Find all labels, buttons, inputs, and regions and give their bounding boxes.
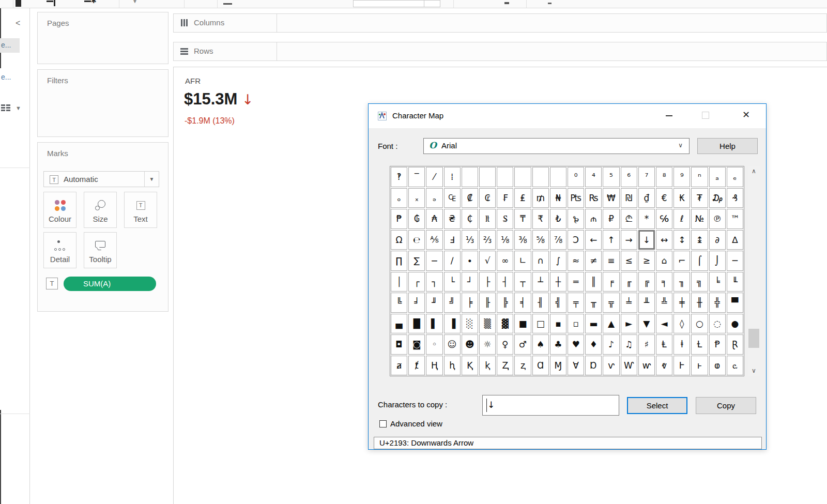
char-cell[interactable]: Ⱬ [497, 356, 513, 376]
char-cell[interactable]: ┌ [408, 272, 425, 292]
char-cell[interactable]: Ɐ [568, 356, 584, 376]
char-cell[interactable]: ℓ [673, 209, 690, 229]
char-cell[interactable]: ₢ [479, 188, 496, 208]
char-cell[interactable]: ╢ [532, 293, 549, 313]
char-cell[interactable]: └ [444, 272, 461, 292]
char-cell[interactable]: ⅔ [479, 230, 496, 250]
char-cell[interactable]: │ [391, 272, 407, 292]
char-cell[interactable]: ⱶ [691, 356, 708, 376]
char-cell[interactable]: ₶ [479, 209, 496, 229]
char-cell[interactable]: Ⱪ [462, 356, 478, 376]
char-cell[interactable]: ◊ [673, 314, 690, 334]
char-cell[interactable]: ₦ [550, 188, 566, 208]
char-cell[interactable]: ║ [585, 272, 602, 292]
char-cell[interactable]: ₒ [391, 188, 407, 208]
char-cell[interactable]: ₨ [585, 188, 602, 208]
char-cell[interactable]: ₳ [426, 209, 442, 229]
char-cell[interactable]: ⌡ [709, 251, 726, 271]
char-cell[interactable]: ₡ [462, 188, 478, 208]
char-cell[interactable]: − [426, 251, 442, 271]
char-cell[interactable]: ⅍ [426, 230, 442, 250]
char-cell[interactable]: ℮ [408, 230, 425, 250]
char-cell[interactable]: ⅞ [550, 230, 566, 250]
data-source-item-selected[interactable]: e... [0, 38, 20, 53]
char-cell[interactable]: ⁴ [585, 167, 602, 187]
char-cell[interactable]: ⱱ [603, 356, 619, 376]
char-cell[interactable]: ┘ [462, 272, 478, 292]
char-cell[interactable]: ‾ [408, 167, 425, 187]
char-cell[interactable]: → [621, 230, 637, 250]
char-cell[interactable]: ↓ [638, 230, 655, 250]
char-cell[interactable] [479, 167, 496, 187]
char-cell[interactable]: ₐ [709, 167, 726, 187]
char-cell[interactable]: Ɱ [550, 356, 566, 376]
char-cell[interactable] [514, 167, 531, 187]
char-cell[interactable]: ₣ [497, 188, 513, 208]
chevron-down-icon[interactable]: ∨ [678, 142, 683, 149]
char-cell[interactable]: € [656, 188, 672, 208]
data-source-item[interactable]: e... [1, 73, 11, 81]
char-cell[interactable]: ₔ [426, 188, 442, 208]
char-cell[interactable]: ⁿ [691, 167, 708, 187]
char-cell[interactable]: ▐ [444, 314, 461, 334]
char-cell[interactable]: ₼ [585, 209, 602, 229]
tooltip-button[interactable]: Tooltip [84, 232, 117, 268]
char-cell[interactable]: ╤ [568, 293, 584, 313]
char-cell[interactable] [497, 167, 513, 187]
char-cell[interactable]: ∫ [550, 251, 566, 271]
char-cell[interactable]: ⅛ [497, 230, 513, 250]
char-cell[interactable] [462, 167, 478, 187]
char-cell[interactable]: ₧ [568, 188, 584, 208]
char-cell[interactable]: ├ [479, 272, 496, 292]
char-cell[interactable]: ╙ [727, 272, 743, 292]
char-cell[interactable]: ☻ [462, 334, 478, 355]
characters-to-copy-input[interactable]: ↓ [482, 395, 619, 416]
char-cell[interactable]: Ɑ [532, 356, 549, 376]
char-cell[interactable]: ╞ [462, 293, 478, 313]
char-cell[interactable]: ₲ [408, 209, 425, 229]
char-cell[interactable]: Ᵽ [709, 334, 726, 355]
minimize-button[interactable] [666, 115, 672, 116]
char-cell[interactable]: ≤ [621, 251, 637, 271]
char-cell[interactable]: ┐ [426, 272, 442, 292]
char-cell[interactable]: ₱ [391, 209, 407, 229]
char-cell[interactable]: ○ [691, 314, 708, 334]
char-cell[interactable]: ₾ [621, 209, 637, 229]
char-cell[interactable]: ₥ [532, 188, 549, 208]
char-cell[interactable]: ⁸ [656, 167, 672, 187]
char-cell[interactable]: ◦ [426, 334, 442, 355]
char-cell[interactable] [532, 167, 549, 187]
char-cell[interactable]: ╓ [621, 272, 637, 292]
text-button[interactable]: T Text [124, 192, 157, 228]
char-cell[interactable]: ← [585, 230, 602, 250]
char-cell[interactable]: Ⱡ [656, 334, 672, 355]
char-cell[interactable]: ₰ [727, 188, 743, 208]
char-cell[interactable]: ▌ [426, 314, 442, 334]
char-cell[interactable]: ▲ [603, 314, 619, 334]
rows-shelf[interactable]: Rows [173, 42, 827, 61]
char-cell[interactable]: ₷ [497, 209, 513, 229]
char-cell[interactable]: * [638, 209, 655, 229]
char-cell[interactable]: ╫ [691, 293, 708, 313]
scroll-down-icon[interactable]: ∨ [748, 366, 760, 376]
char-cell[interactable]: ╨ [638, 293, 655, 313]
char-cell[interactable]: ∆ [727, 230, 743, 250]
char-cell[interactable]: ▬ [585, 314, 602, 334]
char-cell[interactable]: ┴ [532, 272, 549, 292]
char-cell[interactable]: ⁷ [638, 167, 655, 187]
char-cell[interactable]: ♀ [497, 334, 513, 355]
char-cell[interactable]: ∩ [532, 251, 549, 271]
grid-scrollbar[interactable]: ∧ ∨ [748, 166, 760, 376]
char-cell[interactable]: ∏ [391, 251, 407, 271]
char-cell[interactable]: Ⱨ [426, 356, 442, 376]
char-cell[interactable]: ♪ [603, 334, 619, 355]
char-cell[interactable]: ₑ [727, 167, 743, 187]
char-cell[interactable]: ₯ [709, 188, 726, 208]
char-cell[interactable]: ╥ [585, 293, 602, 313]
char-cell[interactable]: ₤ [514, 188, 531, 208]
char-cell[interactable]: ╗ [691, 272, 708, 292]
char-cell[interactable]: ↔ [656, 230, 672, 250]
char-cell[interactable]: ╘ [709, 272, 726, 292]
char-cell[interactable]: ╧ [621, 293, 637, 313]
chevron-down-icon[interactable]: ▼ [16, 105, 21, 111]
